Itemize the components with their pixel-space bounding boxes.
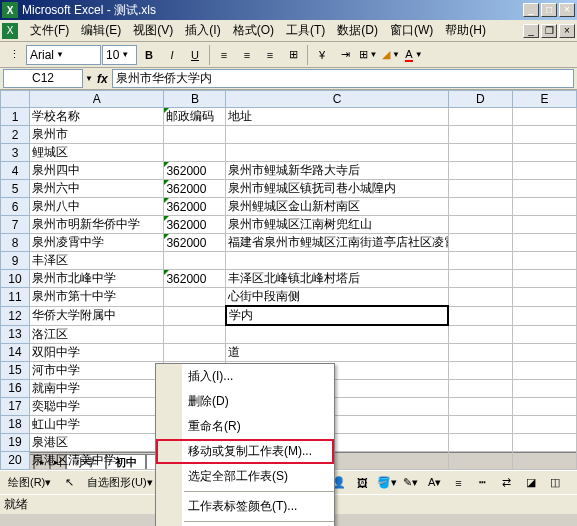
select-objects-button[interactable]: ↖ [58,472,80,494]
align-right-button[interactable]: ≡ [259,44,281,66]
cell[interactable] [164,343,226,361]
cell[interactable] [164,325,226,343]
cell[interactable] [448,415,512,433]
cell[interactable]: 泉州市明新华侨中学 [29,216,163,234]
cell[interactable]: 泉州市鲤城区镇抚司巷小城隍内 [226,180,448,198]
currency-button[interactable]: ¥ [311,44,333,66]
col-header-E[interactable]: E [512,91,576,108]
arrowstyle-button[interactable]: ⇄ [496,472,518,494]
cell[interactable] [448,433,512,451]
cell[interactable] [164,306,226,325]
menu-help[interactable]: 帮助(H) [439,20,492,41]
dashstyle-button[interactable]: ┅ [472,472,494,494]
fill-color-button[interactable]: ◢▼ [380,44,402,66]
cell[interactable] [512,198,576,216]
fillcolor-button[interactable]: 🪣▾ [376,472,398,494]
cell[interactable] [512,415,576,433]
ctx-insert[interactable]: 插入(I)... [156,364,334,389]
cell[interactable] [226,126,448,144]
merge-button[interactable]: ⊞ [282,44,304,66]
toolbar-handle[interactable]: ⋮ [3,44,25,66]
cell[interactable]: 泉州凌霄中学 [29,234,163,252]
cell[interactable] [512,343,576,361]
row-header[interactable]: 20 [1,451,30,469]
doc-minimize-button[interactable]: _ [523,24,539,38]
row-header[interactable]: 14 [1,343,30,361]
cell[interactable]: 泉州市鲤城新华路大寺后 [226,162,448,180]
cell[interactable]: 泉州市第十中学 [29,288,163,307]
cell[interactable]: 362000 [164,162,226,180]
cell[interactable] [448,162,512,180]
cell[interactable] [226,252,448,270]
cell[interactable] [448,216,512,234]
font-name-select[interactable]: Arial▼ [26,45,101,65]
cell[interactable] [164,144,226,162]
cell[interactable] [512,108,576,126]
cell[interactable] [512,433,576,451]
cell[interactable] [448,126,512,144]
menu-window[interactable]: 窗口(W) [384,20,439,41]
cell[interactable] [164,126,226,144]
cell[interactable] [448,252,512,270]
menu-format[interactable]: 格式(O) [227,20,280,41]
col-header-D[interactable]: D [448,91,512,108]
font-color-button[interactable]: A▼ [403,44,425,66]
doc-restore-button[interactable]: ❐ [541,24,557,38]
cell[interactable]: 奕聪中学 [29,397,163,415]
cell[interactable]: 洛江区 [29,325,163,343]
bold-button[interactable]: B [138,44,160,66]
cell[interactable] [512,252,576,270]
ctx-rename[interactable]: 重命名(R) [156,414,334,439]
row-header[interactable]: 1 [1,108,30,126]
row-header[interactable]: 19 [1,433,30,451]
cell[interactable]: 邮政编码 [164,108,226,126]
linecolor-button[interactable]: ✎▾ [400,472,422,494]
cell[interactable]: 362000 [164,198,226,216]
cell[interactable] [448,379,512,397]
cell[interactable]: 福建省泉州市鲤城区江南街道亭店社区凌霄路321号 [226,234,448,252]
cell[interactable]: 就南中学 [29,379,163,397]
formula-input[interactable]: 泉州市华侨大学内 [112,69,574,88]
row-header[interactable]: 15 [1,361,30,379]
ctx-selectall[interactable]: 选定全部工作表(S) [156,464,334,489]
doc-close-button[interactable]: × [559,24,575,38]
cell[interactable]: 学校名称 [29,108,163,126]
cell[interactable]: 泉州市北峰中学 [29,270,163,288]
cell[interactable] [448,270,512,288]
indent-button[interactable]: ⇥ [334,44,356,66]
cell[interactable] [448,180,512,198]
row-header[interactable]: 3 [1,144,30,162]
select-all-corner[interactable] [1,91,30,108]
ctx-move-or-copy[interactable]: 移动或复制工作表(M)... [156,439,334,464]
italic-button[interactable]: I [161,44,183,66]
align-left-button[interactable]: ≡ [213,44,235,66]
shadow-button[interactable]: ◪ [520,472,542,494]
col-header-C[interactable]: C [226,91,448,108]
cell[interactable] [448,451,512,469]
row-header[interactable]: 5 [1,180,30,198]
underline-button[interactable]: U [184,44,206,66]
menu-file[interactable]: 文件(F) [24,20,75,41]
name-box[interactable]: C12 [3,69,83,88]
cell[interactable] [512,325,576,343]
cell[interactable] [512,144,576,162]
cell[interactable]: 心街中段南侧 [226,288,448,307]
draw-menu[interactable]: 绘图(R) ▾ [3,472,56,494]
row-header[interactable]: 7 [1,216,30,234]
cell[interactable]: 华侨大学附属中 [29,306,163,325]
autoshapes-menu[interactable]: 自选图形(U) ▾ [82,472,157,494]
cell[interactable]: 泉港区 [29,433,163,451]
name-dropdown[interactable]: ▼ [85,74,93,83]
cell[interactable]: 泉州市鲤城区江南树兜红山 [226,216,448,234]
row-header[interactable]: 6 [1,198,30,216]
menu-edit[interactable]: 编辑(E) [75,20,127,41]
cell[interactable]: 河市中学 [29,361,163,379]
cell[interactable]: 双阳中学 [29,343,163,361]
cell[interactable]: 丰泽区 [29,252,163,270]
borders-button[interactable]: ⊞▼ [357,44,379,66]
cell[interactable]: 泉州市 [29,126,163,144]
cell[interactable] [512,162,576,180]
col-header-A[interactable]: A [29,91,163,108]
row-header[interactable]: 18 [1,415,30,433]
row-header[interactable]: 16 [1,379,30,397]
